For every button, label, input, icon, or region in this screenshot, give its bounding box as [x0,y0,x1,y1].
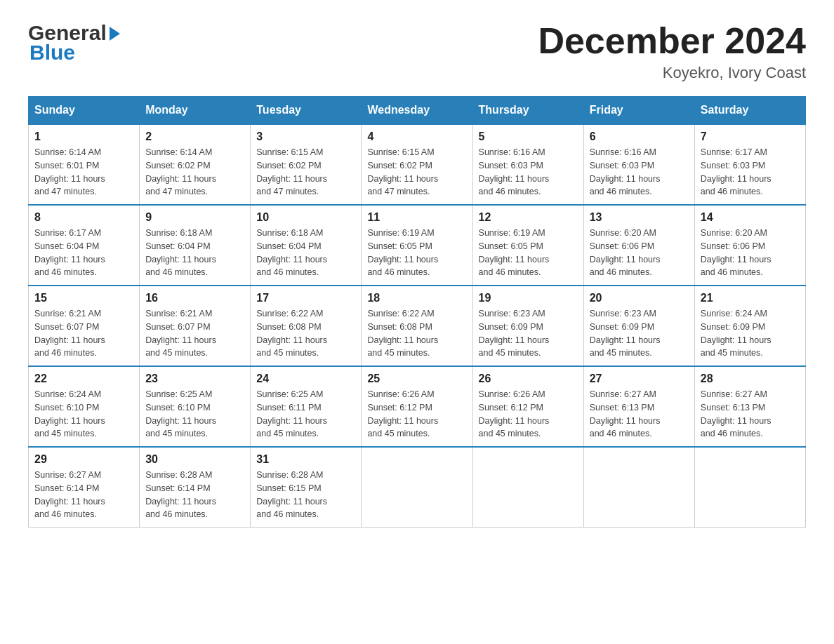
day-info: Sunrise: 6:20 AM Sunset: 6:06 PM Dayligh… [701,227,800,279]
table-row: 23 Sunrise: 6:25 AM Sunset: 6:10 PM Dayl… [140,366,251,447]
title-block: December 2024 Koyekro, Ivory Coast [538,21,806,82]
day-info: Sunrise: 6:15 AM Sunset: 6:02 PM Dayligh… [256,146,355,199]
day-number: 7 [701,130,800,143]
day-number: 17 [256,292,355,304]
day-number: 4 [367,130,466,143]
day-info: Sunrise: 6:25 AM Sunset: 6:10 PM Dayligh… [145,388,244,441]
table-row [362,447,472,528]
location: Koyekro, Ivory Coast [538,64,806,82]
calendar-header-row: Sunday Monday Tuesday Wednesday Thursday… [29,97,806,125]
day-number: 15 [34,292,133,304]
day-number: 14 [701,211,800,224]
day-info: Sunrise: 6:27 AM Sunset: 6:13 PM Dayligh… [701,388,800,441]
day-info: Sunrise: 6:17 AM Sunset: 6:04 PM Dayligh… [34,227,133,279]
table-row: 28 Sunrise: 6:27 AM Sunset: 6:13 PM Dayl… [694,366,805,447]
day-info: Sunrise: 6:19 AM Sunset: 6:05 PM Dayligh… [479,227,578,279]
day-info: Sunrise: 6:27 AM Sunset: 6:14 PM Dayligh… [34,469,133,521]
day-info: Sunrise: 6:23 AM Sunset: 6:09 PM Dayligh… [590,307,689,360]
day-number: 8 [34,211,133,224]
table-row: 19 Sunrise: 6:23 AM Sunset: 6:09 PM Dayl… [472,286,583,366]
day-number: 6 [590,130,689,143]
day-number: 20 [590,292,689,304]
page-header: General Blue December 2024 Koyekro, Ivor… [28,21,806,82]
day-number: 19 [479,292,578,304]
table-row: 22 Sunrise: 6:24 AM Sunset: 6:10 PM Dayl… [29,366,140,447]
table-row: 21 Sunrise: 6:24 AM Sunset: 6:09 PM Dayl… [694,286,805,366]
day-info: Sunrise: 6:21 AM Sunset: 6:07 PM Dayligh… [34,307,133,360]
table-row: 16 Sunrise: 6:21 AM Sunset: 6:07 PM Dayl… [140,286,251,366]
table-row [472,447,583,528]
day-number: 21 [701,292,800,304]
day-info: Sunrise: 6:27 AM Sunset: 6:13 PM Dayligh… [590,388,689,441]
day-number: 22 [34,373,133,385]
day-info: Sunrise: 6:22 AM Sunset: 6:08 PM Dayligh… [256,307,355,360]
col-sunday: Sunday [29,97,140,125]
table-row: 20 Sunrise: 6:23 AM Sunset: 6:09 PM Dayl… [583,286,694,366]
calendar-week-row: 8 Sunrise: 6:17 AM Sunset: 6:04 PM Dayli… [29,205,806,286]
calendar-week-row: 29 Sunrise: 6:27 AM Sunset: 6:14 PM Dayl… [29,447,806,528]
calendar-week-row: 15 Sunrise: 6:21 AM Sunset: 6:07 PM Dayl… [29,286,806,366]
table-row: 1 Sunrise: 6:14 AM Sunset: 6:01 PM Dayli… [29,124,140,205]
table-row: 25 Sunrise: 6:26 AM Sunset: 6:12 PM Dayl… [362,366,472,447]
day-info: Sunrise: 6:28 AM Sunset: 6:15 PM Dayligh… [256,469,355,521]
calendar-week-row: 22 Sunrise: 6:24 AM Sunset: 6:10 PM Dayl… [29,366,806,447]
calendar-week-row: 1 Sunrise: 6:14 AM Sunset: 6:01 PM Dayli… [29,124,806,205]
day-number: 2 [145,130,244,143]
table-row: 6 Sunrise: 6:16 AM Sunset: 6:03 PM Dayli… [583,124,694,205]
day-number: 30 [145,453,244,466]
month-title: December 2024 [538,21,806,61]
day-number: 18 [367,292,466,304]
day-info: Sunrise: 6:24 AM Sunset: 6:10 PM Dayligh… [34,388,133,441]
table-row: 30 Sunrise: 6:28 AM Sunset: 6:14 PM Dayl… [140,447,251,528]
day-info: Sunrise: 6:23 AM Sunset: 6:09 PM Dayligh… [479,307,578,360]
table-row: 29 Sunrise: 6:27 AM Sunset: 6:14 PM Dayl… [29,447,140,528]
table-row: 31 Sunrise: 6:28 AM Sunset: 6:15 PM Dayl… [251,447,362,528]
day-info: Sunrise: 6:16 AM Sunset: 6:03 PM Dayligh… [479,146,578,199]
day-info: Sunrise: 6:19 AM Sunset: 6:05 PM Dayligh… [367,227,466,279]
table-row: 11 Sunrise: 6:19 AM Sunset: 6:05 PM Dayl… [362,205,472,286]
table-row: 7 Sunrise: 6:17 AM Sunset: 6:03 PM Dayli… [694,124,805,205]
day-info: Sunrise: 6:18 AM Sunset: 6:04 PM Dayligh… [145,227,244,279]
table-row: 26 Sunrise: 6:26 AM Sunset: 6:12 PM Dayl… [472,366,583,447]
table-row: 5 Sunrise: 6:16 AM Sunset: 6:03 PM Dayli… [472,124,583,205]
day-info: Sunrise: 6:15 AM Sunset: 6:02 PM Dayligh… [367,146,466,199]
day-number: 26 [479,373,578,385]
logo-blue: Blue [28,41,75,65]
table-row: 17 Sunrise: 6:22 AM Sunset: 6:08 PM Dayl… [251,286,362,366]
day-info: Sunrise: 6:26 AM Sunset: 6:12 PM Dayligh… [479,388,578,441]
col-friday: Friday [583,97,694,125]
day-info: Sunrise: 6:24 AM Sunset: 6:09 PM Dayligh… [701,307,800,360]
col-thursday: Thursday [472,97,583,125]
table-row: 10 Sunrise: 6:18 AM Sunset: 6:04 PM Dayl… [251,205,362,286]
table-row: 3 Sunrise: 6:15 AM Sunset: 6:02 PM Dayli… [251,124,362,205]
col-monday: Monday [140,97,251,125]
day-number: 25 [367,373,466,385]
day-number: 3 [256,130,355,143]
table-row: 9 Sunrise: 6:18 AM Sunset: 6:04 PM Dayli… [140,205,251,286]
day-number: 9 [145,211,244,224]
day-number: 23 [145,373,244,385]
calendar-table: Sunday Monday Tuesday Wednesday Thursday… [28,96,806,528]
logo: General Blue [28,21,120,65]
day-info: Sunrise: 6:26 AM Sunset: 6:12 PM Dayligh… [367,388,466,441]
day-info: Sunrise: 6:16 AM Sunset: 6:03 PM Dayligh… [590,146,689,199]
table-row: 24 Sunrise: 6:25 AM Sunset: 6:11 PM Dayl… [251,366,362,447]
day-number: 31 [256,453,355,466]
day-info: Sunrise: 6:28 AM Sunset: 6:14 PM Dayligh… [145,469,244,521]
day-number: 28 [701,373,800,385]
table-row: 27 Sunrise: 6:27 AM Sunset: 6:13 PM Dayl… [583,366,694,447]
col-wednesday: Wednesday [362,97,472,125]
day-number: 10 [256,211,355,224]
day-info: Sunrise: 6:20 AM Sunset: 6:06 PM Dayligh… [590,227,689,279]
day-info: Sunrise: 6:22 AM Sunset: 6:08 PM Dayligh… [367,307,466,360]
day-number: 29 [34,453,133,466]
day-info: Sunrise: 6:25 AM Sunset: 6:11 PM Dayligh… [256,388,355,441]
table-row: 4 Sunrise: 6:15 AM Sunset: 6:02 PM Dayli… [362,124,472,205]
day-number: 12 [479,211,578,224]
table-row [694,447,805,528]
table-row: 15 Sunrise: 6:21 AM Sunset: 6:07 PM Dayl… [29,286,140,366]
day-number: 13 [590,211,689,224]
table-row: 14 Sunrise: 6:20 AM Sunset: 6:06 PM Dayl… [694,205,805,286]
table-row [583,447,694,528]
day-number: 5 [479,130,578,143]
